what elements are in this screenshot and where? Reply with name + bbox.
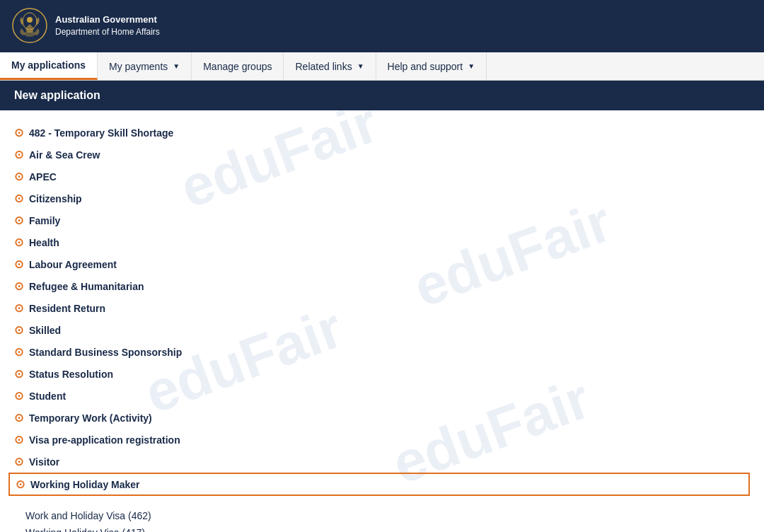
svg-point-2 xyxy=(27,17,33,23)
nav-my-applications[interactable]: My applications xyxy=(0,52,98,80)
item-icon-air-sea: ⊙ xyxy=(14,148,23,161)
list-item-temp-work[interactable]: ⊙ Temporary Work (Activity) xyxy=(14,407,750,429)
item-icon-labour: ⊙ xyxy=(14,258,23,271)
item-icon-health: ⊙ xyxy=(14,236,23,249)
list-item-air-sea[interactable]: ⊙ Air & Sea Crew xyxy=(14,144,750,166)
gov-title-sub: Department of Home Affairs xyxy=(55,26,160,38)
item-icon-visitor: ⊙ xyxy=(14,455,23,468)
section-title: New application xyxy=(14,89,100,101)
sub-item-working-holiday-417[interactable]: Working Holiday Visa (417) xyxy=(25,524,764,532)
list-item-whm[interactable]: ⊙ Working Holiday Maker xyxy=(8,473,750,496)
nav-manage-groups[interactable]: Manage groups xyxy=(192,52,284,80)
list-item-sbs[interactable]: ⊙ Standard Business Sponsorship xyxy=(14,341,750,363)
application-list: ⊙ 482 - Temporary Skill Shortage ⊙ Air &… xyxy=(0,110,764,507)
my-payments-arrow-icon: ▼ xyxy=(173,62,180,70)
item-icon-temp-work: ⊙ xyxy=(14,411,23,424)
gov-title: Australian Government Department of Home… xyxy=(55,13,160,38)
whm-sub-items: Work and Holiday Visa (462) Working Holi… xyxy=(0,507,764,532)
item-icon-student: ⊙ xyxy=(14,389,23,403)
main-nav: My applications My payments ▼ Manage gro… xyxy=(0,52,764,81)
item-icon-apec: ⊙ xyxy=(14,170,23,183)
item-icon-skilled: ⊙ xyxy=(14,323,23,337)
item-icon-refugee: ⊙ xyxy=(14,279,23,293)
nav-my-payments[interactable]: My payments ▼ xyxy=(98,52,192,80)
nav-related-links[interactable]: Related links ▼ xyxy=(284,52,376,80)
item-icon-citizenship: ⊙ xyxy=(14,192,23,205)
site-header: Australian Government Department of Home… xyxy=(0,0,764,52)
help-support-arrow-icon: ▼ xyxy=(468,62,475,70)
gov-crest-icon xyxy=(11,7,48,44)
list-item-labour[interactable]: ⊙ Labour Agreement xyxy=(14,253,750,275)
item-icon-482: ⊙ xyxy=(14,126,23,139)
list-item-skilled[interactable]: ⊙ Skilled xyxy=(14,319,750,341)
main-content: eduFair eduFair eduFair eduFair New appl… xyxy=(0,81,764,532)
list-item-citizenship[interactable]: ⊙ Citizenship xyxy=(14,187,750,209)
related-links-arrow-icon: ▼ xyxy=(357,62,364,70)
list-item-refugee[interactable]: ⊙ Refugee & Humanitarian xyxy=(14,275,750,297)
list-item-apec[interactable]: ⊙ APEC xyxy=(14,166,750,187)
list-item-visa-pre[interactable]: ⊙ Visa pre-application registration xyxy=(14,429,750,451)
list-item-resident[interactable]: ⊙ Resident Return xyxy=(14,297,750,319)
list-item-482[interactable]: ⊙ 482 - Temporary Skill Shortage xyxy=(14,122,750,144)
sub-item-work-holiday-462[interactable]: Work and Holiday Visa (462) xyxy=(25,507,764,524)
list-item-health[interactable]: ⊙ Health xyxy=(14,231,750,253)
svg-point-3 xyxy=(24,31,35,37)
item-icon-family: ⊙ xyxy=(14,214,23,227)
list-item-status[interactable]: ⊙ Status Resolution xyxy=(14,363,750,385)
section-header: New application xyxy=(0,81,764,110)
item-icon-whm: ⊙ xyxy=(16,478,25,491)
item-icon-sbs: ⊙ xyxy=(14,345,23,359)
list-item-family[interactable]: ⊙ Family xyxy=(14,209,750,231)
item-icon-visa-pre: ⊙ xyxy=(14,433,23,446)
item-icon-status: ⊙ xyxy=(14,367,23,381)
list-item-student[interactable]: ⊙ Student xyxy=(14,385,750,407)
nav-help-support[interactable]: Help and support ▼ xyxy=(376,52,487,80)
gov-title-main: Australian Government xyxy=(55,13,160,26)
list-item-visitor[interactable]: ⊙ Visitor xyxy=(14,451,750,473)
logo-area: Australian Government Department of Home… xyxy=(11,7,160,44)
item-icon-resident: ⊙ xyxy=(14,301,23,315)
